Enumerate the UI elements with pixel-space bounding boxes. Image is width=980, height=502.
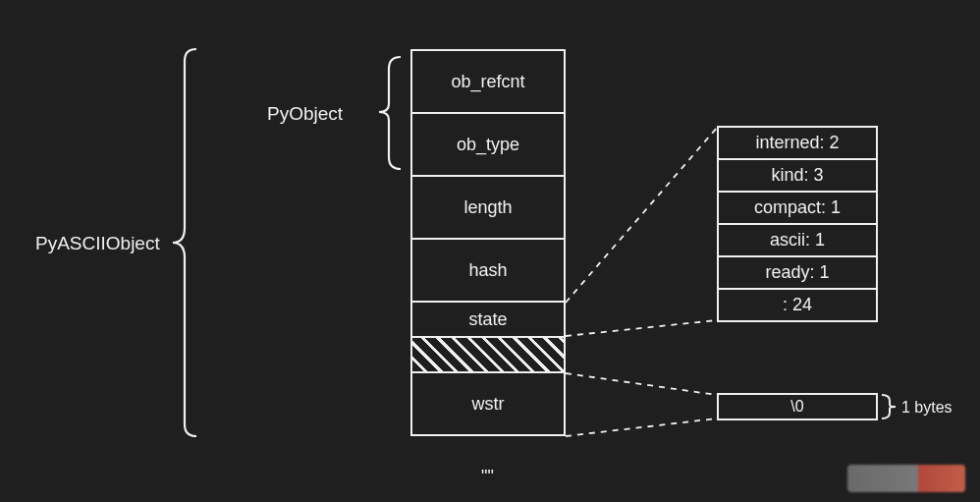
state-padding: : 24 xyxy=(717,288,878,322)
state-interned: interned: 2 xyxy=(717,126,878,160)
state-compact: compact: 1 xyxy=(717,191,878,225)
svg-line-2 xyxy=(566,373,717,395)
watermark-logo xyxy=(847,465,965,492)
cell-ob-refcnt: ob_refcnt xyxy=(410,49,566,114)
svg-line-0 xyxy=(566,128,717,303)
label-pyasciiobject: PyASCIIObject xyxy=(35,233,160,254)
label-pyobject: PyObject xyxy=(267,103,343,125)
wstr-buffer: \0 xyxy=(717,393,878,420)
svg-line-1 xyxy=(566,320,717,336)
cell-padding xyxy=(410,336,566,373)
cell-hash: hash xyxy=(410,238,566,303)
cell-ob-type: ob_type xyxy=(410,112,566,177)
cell-wstr: wstr xyxy=(410,371,566,436)
state-ready: ready: 1 xyxy=(717,255,878,290)
label-bytes: 1 bytes xyxy=(901,399,953,417)
svg-line-3 xyxy=(566,418,717,436)
cell-length: length xyxy=(410,175,566,240)
label-quote: "" xyxy=(481,467,494,487)
cell-state: state xyxy=(410,301,566,338)
state-ascii: ascii: 1 xyxy=(717,223,878,257)
state-kind: kind: 3 xyxy=(717,158,878,193)
